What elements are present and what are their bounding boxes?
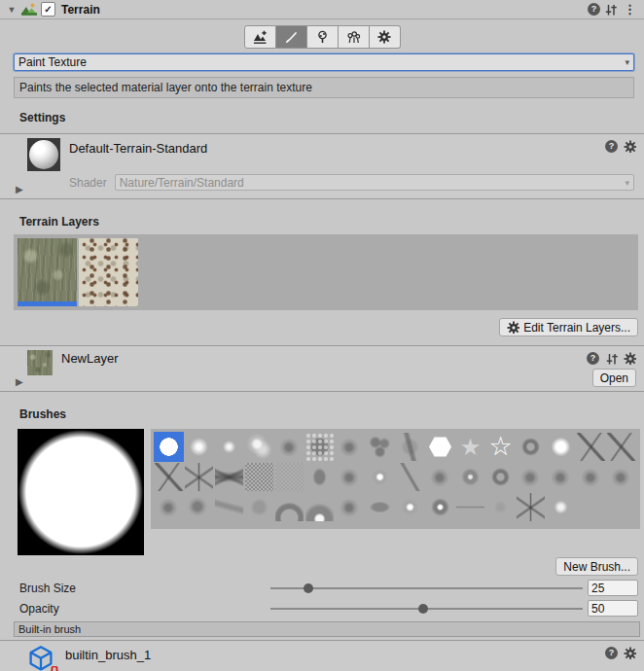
brush-item-swirl[interactable] xyxy=(485,462,516,492)
brush-item-swirl[interactable] xyxy=(516,432,546,462)
brush-item-leaf[interactable] xyxy=(304,462,335,492)
brush-item-branch[interactable] xyxy=(516,492,546,522)
brush-item-blob[interactable] xyxy=(244,432,274,462)
shader-dropdown-value: Nature/Terrain/Standard xyxy=(120,176,244,190)
foldout-open-icon[interactable]: ▼ xyxy=(6,5,18,15)
terrain-layer-thumbnail-grass[interactable] xyxy=(18,238,77,306)
brush-size-label: Brush Size xyxy=(19,582,270,595)
new-layer-help-icon[interactable]: ? xyxy=(587,352,599,365)
open-layer-button[interactable]: Open xyxy=(592,369,636,387)
brush-item-splat[interactable] xyxy=(425,462,455,492)
terrain-layers-section-label: Terrain Layers xyxy=(19,215,644,229)
brush-item-splat[interactable] xyxy=(335,432,365,462)
brush-item-splat[interactable] xyxy=(274,432,304,462)
brush-asset-icon[interactable]: {} xyxy=(27,645,56,671)
material-preview-sphere[interactable] xyxy=(27,138,60,171)
brush-item-speckle[interactable] xyxy=(304,432,335,462)
paint-trees-button[interactable] xyxy=(307,25,339,49)
edit-terrain-layers-button[interactable]: Edit Terrain Layers... xyxy=(499,318,638,336)
brushes-section-label: Brushes xyxy=(19,407,644,421)
brush-item-arc[interactable] xyxy=(274,492,304,522)
brush-preview xyxy=(18,429,144,555)
brush-item-line[interactable] xyxy=(455,492,485,522)
enabled-checkbox[interactable]: ✓ xyxy=(41,2,55,17)
material-foldout-icon[interactable]: ▶ xyxy=(16,184,23,194)
paint-tool-dropdown[interactable]: Paint Texture ▾ xyxy=(14,53,634,71)
presets-icon[interactable] xyxy=(604,3,618,17)
brush-item-bright[interactable] xyxy=(365,462,395,492)
new-layer-gear-icon[interactable] xyxy=(624,352,636,365)
context-menu-icon[interactable]: ⋮ xyxy=(622,2,638,17)
brush-grid: ★☆ xyxy=(151,429,640,529)
shader-label: Shader xyxy=(69,176,107,190)
brush-item-star6[interactable]: ★ xyxy=(455,432,485,462)
paint-tool-dropdown-value: Paint Texture xyxy=(18,55,87,69)
brush-item-wisp[interactable] xyxy=(214,492,244,522)
opacity-label: Opacity xyxy=(19,602,270,616)
paint-terrain-button[interactable] xyxy=(276,25,307,49)
new-layer-foldout-icon[interactable]: ▶ xyxy=(16,376,23,387)
builtin-brush-help-icon[interactable]: ? xyxy=(605,647,618,659)
brush-item-bright[interactable] xyxy=(395,492,425,522)
tool-help-text: Paints the selected material layer onto … xyxy=(19,81,312,94)
create-neighbor-terrains-button[interactable] xyxy=(244,25,276,49)
brush-item-twig[interactable] xyxy=(576,432,606,462)
brush-item-splat[interactable] xyxy=(606,462,636,492)
terrain-layer-thumbnail-stone[interactable] xyxy=(79,238,138,306)
brush-item-streak[interactable] xyxy=(395,432,425,462)
brush-item-smudge[interactable] xyxy=(365,492,395,522)
brush-item-noisefaint[interactable] xyxy=(274,462,304,492)
brush-item-cluster[interactable] xyxy=(365,432,395,462)
brush-item-hexagon[interactable] xyxy=(425,432,455,462)
builtin-brush-gear-icon[interactable] xyxy=(624,647,636,659)
brush-item-splat[interactable] xyxy=(576,462,606,492)
brush-item-streaksm[interactable] xyxy=(395,462,425,492)
new-layer-presets-icon[interactable] xyxy=(605,352,618,365)
chevron-down-icon: ▾ xyxy=(625,178,629,188)
brush-size-field[interactable] xyxy=(588,580,638,596)
brush-item-twig[interactable] xyxy=(606,432,636,462)
brush-item-branch[interactable] xyxy=(184,462,214,492)
new-layer-header: NewLayer ? Open ▶ xyxy=(0,345,644,392)
chevron-down-icon: ▾ xyxy=(625,57,629,67)
brush-item-splatstar[interactable] xyxy=(425,492,455,522)
brush-item-twig[interactable] xyxy=(154,462,184,492)
new-brush-button[interactable]: New Brush... xyxy=(555,557,638,576)
brush-item-splat[interactable] xyxy=(546,462,576,492)
paint-details-button[interactable] xyxy=(339,25,370,49)
brush-item-splatround[interactable] xyxy=(455,462,485,492)
brush-item-soft[interactable] xyxy=(184,432,214,462)
brush-size-slider-knob[interactable] xyxy=(304,583,313,593)
new-brush-label: New Brush... xyxy=(563,560,630,574)
brush-item-noise[interactable] xyxy=(244,462,274,492)
brush-item-splat[interactable] xyxy=(154,492,184,522)
brush-item-star5[interactable]: ☆ xyxy=(485,432,516,462)
brush-size-slider[interactable] xyxy=(270,582,583,595)
builtin-brush-header: {} builtin_brush_1 ? ▶ xyxy=(0,640,644,671)
brush-item-softdot[interactable] xyxy=(546,492,576,522)
terrain-settings-button[interactable] xyxy=(370,25,401,49)
brush-item-dotfaint[interactable] xyxy=(485,492,516,522)
brush-item-faint[interactable] xyxy=(244,492,274,522)
brush-item-dot[interactable] xyxy=(214,432,244,462)
terrain-inspector-panel: ▼ ✓ Terrain ? ⋮ xyxy=(0,0,644,671)
brush-item-splat[interactable] xyxy=(335,492,365,522)
brush-item-hard[interactable] xyxy=(154,432,184,462)
brush-item-splat[interactable] xyxy=(335,462,365,492)
script-braces-icon: {} xyxy=(50,664,59,671)
shader-dropdown: Nature/Terrain/Standard ▾ xyxy=(115,174,634,191)
brush-item-soft2[interactable] xyxy=(546,432,576,462)
brush-item-plant[interactable] xyxy=(214,462,244,492)
opacity-slider[interactable] xyxy=(270,602,583,616)
brush-item-splat[interactable] xyxy=(516,462,546,492)
material-help-icon[interactable]: ? xyxy=(605,140,618,153)
opacity-field[interactable] xyxy=(588,600,638,617)
material-gear-icon[interactable] xyxy=(624,140,636,153)
brush-item-arcbright[interactable] xyxy=(304,492,335,522)
brush-item-blob2[interactable] xyxy=(184,492,214,522)
help-icon[interactable]: ? xyxy=(588,3,600,16)
opacity-slider-knob[interactable] xyxy=(418,604,428,614)
edit-terrain-layers-label: Edit Terrain Layers... xyxy=(523,321,630,335)
new-layer-thumbnail[interactable] xyxy=(27,350,53,375)
gear-icon xyxy=(507,321,519,334)
